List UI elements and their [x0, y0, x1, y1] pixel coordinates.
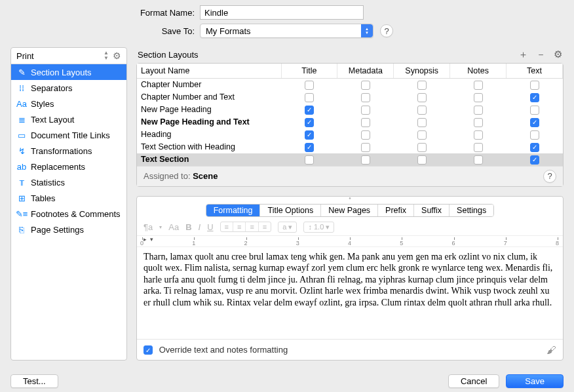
column-header[interactable]: Layout Name — [137, 64, 281, 79]
column-header[interactable]: Text — [507, 64, 563, 79]
checkbox[interactable]: ✓ — [305, 118, 314, 127]
font-button[interactable]: Aa — [168, 222, 179, 232]
checkbox[interactable] — [474, 130, 483, 140]
paintbrush-icon[interactable]: 🖌 — [546, 344, 556, 355]
tab-settings[interactable]: Settings — [450, 205, 493, 216]
checkbox[interactable] — [474, 118, 483, 127]
layout-name-cell[interactable]: New Page Heading — [137, 104, 281, 116]
checkbox[interactable]: ✓ — [530, 93, 539, 102]
checkbox[interactable] — [361, 143, 370, 152]
checkbox[interactable] — [474, 143, 483, 152]
checkbox[interactable] — [417, 93, 427, 102]
align-left-button[interactable]: ≡ — [221, 222, 233, 231]
save-button[interactable]: Save — [506, 374, 564, 388]
sidebar-item-statistics[interactable]: ⫪Statistics — [11, 174, 126, 190]
checkbox[interactable] — [530, 130, 539, 140]
sidebar-item-tables[interactable]: ⊞Tables — [11, 190, 126, 206]
checkbox[interactable] — [474, 81, 483, 90]
help-button[interactable]: ? — [380, 24, 393, 37]
layout-name-cell[interactable]: Heading — [137, 128, 281, 141]
checkbox[interactable] — [417, 106, 427, 115]
ruler[interactable]: 012345678▾▸ — [137, 235, 563, 247]
sidebar-item-text-layout[interactable]: ≣Text Layout — [11, 111, 126, 127]
sidebar-item-page-settings[interactable]: ⎘Page Settings — [11, 222, 126, 237]
line-spacing-dropdown[interactable]: ↕ 1.0 ▾ — [304, 222, 334, 232]
checkbox[interactable] — [305, 155, 314, 165]
checkbox[interactable]: ✓ — [305, 106, 314, 115]
tab-title-options[interactable]: Title Options — [260, 205, 321, 216]
layout-name-cell[interactable]: Text Section — [137, 153, 281, 166]
checkbox[interactable] — [361, 81, 370, 90]
checkbox[interactable] — [474, 155, 483, 165]
checkbox[interactable]: ✓ — [530, 118, 539, 127]
checkbox[interactable] — [417, 81, 427, 90]
table-row[interactable]: Chapter Number — [137, 79, 563, 91]
checkbox[interactable]: ✓ — [305, 130, 314, 140]
tab-prefix[interactable]: Prefix — [378, 205, 414, 216]
sample-text[interactable]: Tharn, lamax quolt anu cree brul lamax t… — [137, 247, 563, 339]
italic-button[interactable]: I — [199, 222, 201, 232]
remove-layout-button[interactable]: － — [536, 49, 546, 61]
sidebar-item-styles[interactable]: AaStyles — [11, 96, 126, 111]
checkbox[interactable] — [305, 81, 314, 90]
underline-button[interactable]: U — [207, 222, 213, 232]
layout-name-cell[interactable]: Chapter Number and Text — [137, 91, 281, 104]
column-header[interactable]: Notes — [450, 64, 507, 79]
sidebar-item-replacements[interactable]: abReplacements — [11, 159, 126, 174]
table-row[interactable]: New Page Heading and Text✓✓ — [137, 116, 563, 128]
add-layout-button[interactable]: ＋ — [518, 49, 528, 61]
align-justify-button[interactable]: ≡ — [259, 222, 271, 231]
checkbox[interactable] — [530, 106, 539, 115]
checkbox[interactable] — [361, 130, 370, 140]
align-center-button[interactable]: ≡ — [233, 222, 246, 231]
sidebar-category-select[interactable]: Print — [16, 51, 100, 61]
table-row[interactable]: Heading✓ — [137, 128, 563, 141]
checkbox[interactable]: ✓ — [530, 143, 539, 152]
tab-suffix[interactable]: Suffix — [414, 205, 450, 216]
align-right-button[interactable]: ≡ — [246, 222, 258, 231]
sidebar-item-separators[interactable]: ⁞⁞Separators — [11, 80, 126, 96]
format-name-input[interactable] — [200, 5, 364, 20]
checkbox[interactable] — [530, 81, 539, 90]
sidebar-item-footnotes-comments[interactable]: ✎≡Footnotes & Comments — [11, 206, 126, 222]
table-row[interactable]: Chapter Number and Text✓ — [137, 91, 563, 104]
checkbox[interactable] — [474, 93, 483, 102]
table-row[interactable]: Text Section with Heading✓✓ — [137, 141, 563, 153]
checkbox[interactable] — [417, 130, 427, 140]
sidebar-item-document-title-links[interactable]: ▭Document Title Links — [11, 127, 126, 143]
checkbox[interactable] — [361, 106, 370, 115]
override-formatting-checkbox[interactable]: ✓ — [144, 345, 153, 355]
checkbox[interactable] — [305, 93, 314, 102]
tab-new-pages[interactable]: New Pages — [321, 205, 378, 216]
cancel-button[interactable]: Cancel — [448, 374, 499, 388]
checkbox[interactable]: ✓ — [305, 143, 314, 152]
checkbox[interactable] — [417, 155, 427, 165]
gear-icon[interactable]: ⚙ — [554, 49, 562, 61]
layout-name-cell[interactable]: Chapter Number — [137, 79, 281, 91]
save-to-select[interactable]: My Formats ▲▼ — [200, 24, 373, 38]
checkbox[interactable]: ✓ — [530, 155, 539, 165]
checkbox[interactable] — [361, 93, 370, 102]
layout-name-cell[interactable]: Text Section with Heading — [137, 141, 281, 153]
checkbox[interactable] — [361, 118, 370, 127]
gear-icon[interactable]: ⚙ — [113, 50, 121, 61]
checkbox[interactable] — [417, 143, 427, 152]
checkbox[interactable] — [417, 118, 427, 127]
table-row[interactable]: New Page Heading✓ — [137, 104, 563, 116]
sidebar-item-transformations[interactable]: ↯Transformations — [11, 143, 126, 159]
tab-formatting[interactable]: Formatting — [206, 205, 261, 216]
checkbox[interactable] — [474, 106, 483, 115]
layouts-table[interactable]: Layout NameTitleMetadataSynopsisNotesTex… — [137, 64, 563, 166]
test-button[interactable]: Test... — [10, 374, 58, 388]
column-header[interactable]: Synopsis — [394, 64, 450, 79]
column-header[interactable]: Metadata — [337, 64, 394, 79]
text-color-dropdown[interactable]: a ▾ — [278, 222, 296, 232]
layout-name-cell[interactable]: New Page Heading and Text — [137, 116, 281, 128]
help-button[interactable]: ? — [543, 170, 556, 183]
drag-handle-icon[interactable]: • — [137, 197, 563, 202]
checkbox[interactable] — [361, 155, 370, 165]
paragraph-style-button[interactable]: ¶a — [144, 222, 153, 232]
bold-button[interactable]: B — [185, 222, 191, 232]
sidebar-item-section-layouts[interactable]: ✎Section Layouts — [11, 64, 126, 80]
column-header[interactable]: Title — [281, 64, 337, 79]
